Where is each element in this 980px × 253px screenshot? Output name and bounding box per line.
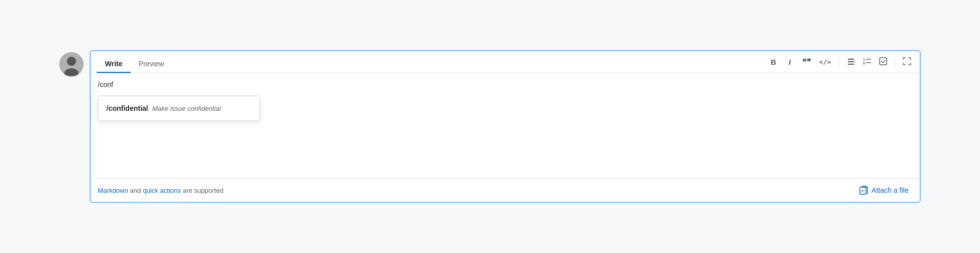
fullscreen-icon xyxy=(903,57,911,67)
quote-button[interactable]: ❝❞ xyxy=(800,55,814,69)
autocomplete-command: /confidential xyxy=(106,104,148,112)
editor-container: Write Preview B I ❝❞ </> ☰ xyxy=(59,50,921,203)
italic-button[interactable]: I xyxy=(783,56,797,69)
autocomplete-description: Make issue confidential. xyxy=(152,105,222,112)
editor-input[interactable]: /conf xyxy=(98,79,913,171)
autocomplete-dropdown: /confidential Make issue confidential. xyxy=(98,96,260,121)
svg-point-1 xyxy=(67,57,76,66)
tabs-left: Write Preview xyxy=(97,56,172,72)
toolbar: B I ❝❞ </> ☰ 1. xyxy=(767,55,914,73)
editor-body: /conf /confidential Make issue confident… xyxy=(91,73,920,178)
ordered-list-icon: 1. 2. xyxy=(863,57,871,67)
quick-actions-link[interactable]: quick actions xyxy=(143,187,181,194)
attach-file-label: Attach a file xyxy=(872,186,909,194)
task-list-icon xyxy=(879,57,887,67)
bold-button[interactable]: B xyxy=(767,56,780,69)
task-list-button[interactable] xyxy=(877,55,890,69)
italic-icon: I xyxy=(788,58,790,66)
quote-icon: ❝❞ xyxy=(802,57,811,67)
attach-icon xyxy=(859,186,869,195)
tab-write[interactable]: Write xyxy=(97,56,131,73)
unordered-list-button[interactable]: ☰ xyxy=(844,55,857,69)
editor-box: Write Preview B I ❝❞ </> ☰ xyxy=(90,50,921,203)
code-button[interactable]: </> xyxy=(817,56,834,69)
svg-text:1.: 1. xyxy=(863,58,866,61)
bold-icon: B xyxy=(771,58,776,66)
toolbar-divider-1 xyxy=(839,58,839,67)
code-icon: </> xyxy=(819,58,831,66)
svg-text:2.: 2. xyxy=(863,61,866,65)
markdown-link[interactable]: Markdown xyxy=(98,187,128,194)
attach-file-button[interactable]: Attach a file xyxy=(855,184,913,197)
ordered-list-button[interactable]: 1. 2. xyxy=(860,55,874,69)
footer-info: Markdown and quick actions are supported xyxy=(98,187,223,194)
tab-preview[interactable]: Preview xyxy=(131,56,172,73)
unordered-list-icon: ☰ xyxy=(847,57,854,67)
footer-static-1: and xyxy=(130,187,143,194)
svg-rect-7 xyxy=(880,58,887,65)
fullscreen-button[interactable] xyxy=(900,55,914,69)
editor-footer: Markdown and quick actions are supported… xyxy=(91,178,920,202)
toolbar-divider-2 xyxy=(895,58,895,67)
svg-rect-8 xyxy=(860,187,866,194)
autocomplete-item-confidential[interactable]: /confidential Make issue confidential. xyxy=(98,99,259,117)
footer-static-2: are supported xyxy=(183,187,223,194)
avatar xyxy=(59,52,84,76)
editor-tabs-row: Write Preview B I ❝❞ </> ☰ xyxy=(91,51,920,73)
